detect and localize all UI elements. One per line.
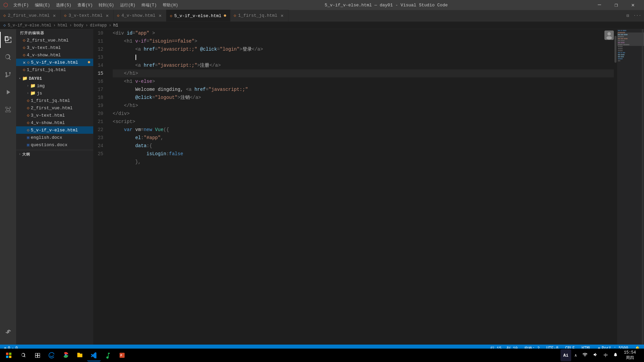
svg-rect-8	[6, 353, 8, 355]
menu-item[interactable]: 转到(G)	[96, 2, 117, 9]
svg-rect-15	[38, 356, 40, 358]
code-line-23: data:{	[113, 142, 614, 150]
close-button[interactable]: ✕	[625, 0, 641, 10]
taskbar-edge[interactable]	[45, 349, 58, 361]
line-number-11: 11	[93, 37, 107, 45]
tab-tab4[interactable]: ◇5_v-if_v-else.html●	[166, 10, 230, 21]
activity-source-control[interactable]	[0, 67, 16, 83]
tray-show-hidden[interactable]: ∧	[573, 352, 579, 359]
menu-item[interactable]: 运行(R)	[117, 2, 138, 9]
activity-run[interactable]	[0, 84, 16, 100]
sidebar-item-4_v-show[interactable]: ◇ 4_v-show.html	[16, 51, 93, 59]
sidebar-file-questions-docx[interactable]: ▣ questions.docx	[16, 141, 93, 148]
sidebar-file-1_first_jq[interactable]: ◇ 1_first_jq.html	[16, 97, 93, 104]
taskbar-vscode[interactable]	[87, 349, 101, 361]
menu-item[interactable]: 终端(T)	[139, 2, 160, 9]
activity-extensions[interactable]	[0, 102, 16, 118]
code-editor[interactable]: <div id="app" > <h1 v-if="isLogin==false…	[110, 29, 614, 345]
vscode-icon: ⬡	[3, 2, 8, 8]
tab-tab2[interactable]: ◇3_v-text.html✕	[61, 10, 114, 21]
title-bar-title: 5_v-if_v-else.html — day01 - Visual Stud…	[325, 3, 448, 8]
line-number-25: 25	[93, 150, 107, 158]
folder-arrow-icon: ▾	[19, 76, 21, 80]
taskbar-search[interactable]	[17, 349, 30, 361]
scrollbar-thumb[interactable]	[614, 36, 616, 63]
tab-close-button[interactable]: ✕	[279, 13, 285, 18]
more-actions-button[interactable]: ···	[633, 12, 641, 20]
breadcrumb-part-3[interactable]: body	[74, 23, 84, 28]
svg-text:P: P	[120, 354, 122, 357]
sidebar-file-4_v-show[interactable]: ◇ 4_v-show.html	[16, 119, 93, 126]
tab-tab1[interactable]: ◇2_first_vue.html✕	[0, 10, 61, 21]
sidebar-item-5_v-if_v-else[interactable]: ✕ ◇ 5_v-if_v-else.html ●	[16, 59, 93, 66]
code-line-19: </div>	[113, 110, 614, 118]
line-number-19: 19	[93, 102, 107, 110]
code-line-25: },	[113, 158, 614, 166]
tray-network[interactable]	[580, 351, 590, 360]
menu-item[interactable]: 帮助(H)	[160, 2, 181, 9]
maximize-button[interactable]: ❐	[608, 0, 624, 10]
breadcrumb-part-1[interactable]: 5_v-if_v-else.html	[8, 23, 51, 28]
sidebar-item-2_first_vue[interactable]: ◇ 2_first_vue.html	[16, 37, 93, 44]
breadcrumb-file-icon: ◇	[3, 23, 6, 28]
sidebar-file-3_v-text[interactable]: ◇ 3_v-text.html	[16, 112, 93, 119]
tab-close-button[interactable]: ✕	[105, 13, 110, 18]
activity-search[interactable]	[0, 49, 16, 65]
breadcrumb: ◇ 5_v-if_v-else.html › html › body › div…	[0, 22, 644, 29]
taskbar-powerpoint[interactable]: P	[115, 349, 129, 361]
tab-close-button[interactable]: ✕	[52, 13, 57, 18]
vertical-scrollbar[interactable]	[614, 29, 617, 345]
code-line-24: isLogin:false	[113, 150, 614, 158]
taskbar-task-view[interactable]	[31, 349, 44, 361]
tab-tab5[interactable]: ◇1_first_jq.html✕	[230, 10, 288, 21]
line-number-12: 12	[93, 45, 107, 53]
taskbar-files[interactable]	[73, 349, 87, 361]
taskbar-tray: Ai ∧ 中 15:54 周四	[560, 349, 643, 362]
menu-item[interactable]: 文件(F)	[11, 2, 32, 9]
minimize-button[interactable]: ─	[592, 0, 607, 10]
avatar[interactable]	[604, 31, 614, 40]
breadcrumb-part-4[interactable]: div#app	[90, 23, 107, 28]
taskbar-clock[interactable]: 15:54 周四	[621, 349, 639, 362]
sidebar-folder-js[interactable]: › 📁 js	[16, 89, 93, 97]
code-line-16: <h1 v-else>	[113, 77, 614, 85]
close-icon[interactable]: ✕	[23, 60, 25, 65]
tray-volume[interactable]	[591, 351, 600, 360]
sidebar-file-5_v-if_v-else[interactable]: ◇ 5_v-if_v-else.html	[16, 126, 93, 134]
tab-tab3[interactable]: ◇4_v-show.html✕	[114, 10, 167, 21]
taskbar-chrome[interactable]	[59, 349, 72, 361]
sidebar-section-day01[interactable]: ▾ 📁 DAY01	[16, 75, 93, 82]
activity-settings[interactable]	[0, 323, 16, 339]
sidebar-item-3_v-text[interactable]: ◇ 3_v-text.html	[16, 44, 93, 51]
sidebar-section-outline[interactable]: › 大纲	[16, 150, 93, 157]
taskbar-music[interactable]	[101, 349, 115, 361]
file-icon-html: ◇	[27, 105, 30, 111]
ai-button[interactable]: Ai	[560, 349, 571, 361]
tray-ime[interactable]: 中	[602, 351, 610, 360]
activity-bar	[0, 29, 16, 345]
tray-notifications[interactable]	[611, 351, 620, 360]
file-icon-html: ◇	[23, 67, 25, 72]
sidebar-file-english-docx[interactable]: ▣ english.docx	[16, 134, 93, 141]
line-number-13: 13	[93, 53, 107, 61]
title-bar: ⬡ 文件(F)编辑(E)选择(S)查看(V)转到(G)运行(R)终端(T)帮助(…	[0, 0, 644, 10]
minimap-content: ████ ██ ██████ ████████████ ████ ████ ██…	[617, 29, 644, 63]
menu-item[interactable]: 选择(S)	[53, 2, 74, 9]
taskbar: P Ai ∧ 中 15:54 周四	[0, 349, 644, 362]
start-button[interactable]	[1, 349, 16, 361]
split-editor-button[interactable]: ⊟	[624, 12, 632, 20]
activity-explorer[interactable]	[0, 32, 16, 48]
svg-point-3	[5, 72, 7, 74]
sidebar-item-1_first_jq[interactable]: ◇ 1_first_jq.html	[16, 66, 93, 73]
breadcrumb-part-2[interactable]: html	[58, 23, 67, 28]
tab-dirty-indicator: ●	[223, 13, 227, 19]
sidebar-file-2_first_vue[interactable]: ◇ 2_first_vue.html	[16, 104, 93, 112]
menu-item[interactable]: 查看(V)	[75, 2, 96, 9]
sidebar-folder-img[interactable]: › 📁 img	[16, 82, 93, 89]
breadcrumb-part-5[interactable]: h1	[113, 23, 118, 28]
tab-close-button[interactable]: ✕	[157, 13, 163, 18]
tab-file-icon: ◇	[234, 13, 236, 18]
menu-item[interactable]: 编辑(E)	[32, 2, 53, 9]
line-number-15: 15	[93, 69, 107, 77]
line-number-24: 24	[93, 142, 107, 150]
